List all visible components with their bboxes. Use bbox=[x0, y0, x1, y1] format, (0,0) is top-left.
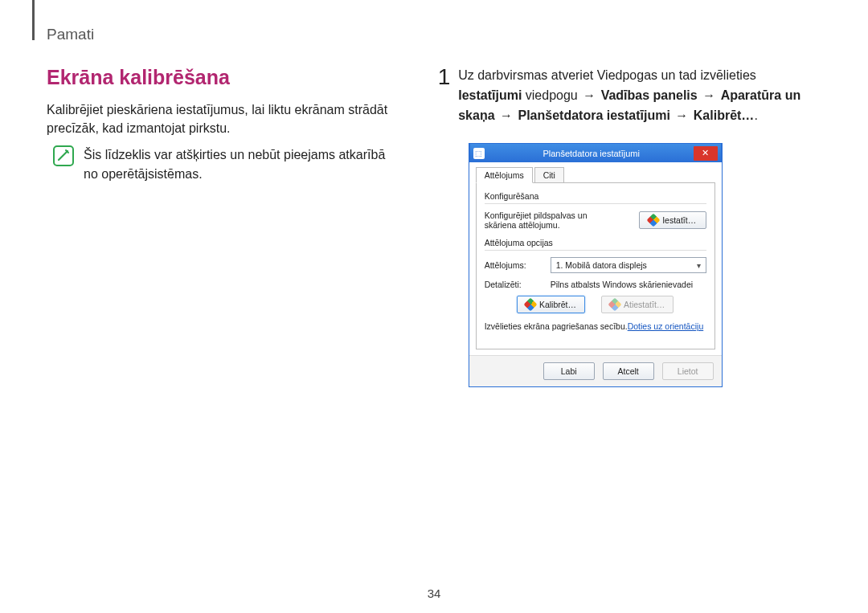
setup-button[interactable]: Iestatīt… bbox=[639, 211, 706, 229]
dialog-tabs: Attēlojums Citi bbox=[469, 162, 722, 183]
rotation-pre: Izvēlieties ekrāna pagriešanas secību. bbox=[485, 321, 628, 331]
group-display-options: Attēlojuma opcijas Attēlojums: 1. Mobilā… bbox=[485, 238, 706, 331]
step-pre: Uz darbvirsmas atveriet Viedpogas un tad… bbox=[458, 68, 756, 82]
arrow-icon: → bbox=[581, 88, 597, 102]
tab-display[interactable]: Attēlojums bbox=[476, 167, 533, 183]
left-column: Ekrāna kalibrēšana Kalibrējiet pieskārie… bbox=[47, 66, 401, 387]
intro-paragraph: Kalibrējiet pieskāriena iestatījumus, la… bbox=[47, 100, 401, 137]
display-label: Attēlojums: bbox=[485, 260, 542, 270]
step-1: 1 Uz darbvirsmas atveriet Viedpogas un t… bbox=[438, 66, 821, 125]
cancel-button[interactable]: Atcelt bbox=[603, 362, 654, 380]
rotation-text: Izvēlieties ekrāna pagriešanas secību.Do… bbox=[485, 321, 706, 331]
group-configure-label: Konfigurēšana bbox=[485, 191, 706, 201]
group-configure: Konfigurēšana Konfigurējiet pildspalvas … bbox=[485, 191, 706, 230]
ok-button[interactable]: Labi bbox=[543, 362, 595, 380]
section-title: Ekrāna kalibrēšana bbox=[47, 66, 401, 89]
calibrate-button-label: Kalibrēt… bbox=[539, 300, 576, 309]
dialog-screenshot: ⬚ Planšetdatora iestatījumi ✕ Attēlojums… bbox=[469, 143, 821, 387]
dialog-titlebar: ⬚ Planšetdatora iestatījumi ✕ bbox=[469, 143, 722, 162]
detail-text: Pilns atbalsts Windows skārienievadei bbox=[551, 280, 693, 289]
note-icon bbox=[53, 145, 74, 166]
divider bbox=[485, 203, 706, 204]
setup-button-label: Iestatīt… bbox=[662, 215, 696, 225]
arrow-icon: → bbox=[701, 88, 717, 102]
step-bold-control-panel: Vadības panelis bbox=[601, 88, 698, 102]
step-bold-calibrate: Kalibrēt… bbox=[694, 108, 755, 122]
group-display-label: Attēlojuma opcijas bbox=[485, 238, 706, 247]
close-button[interactable]: ✕ bbox=[694, 146, 718, 161]
dialog-footer: Labi Atcelt Lietot bbox=[469, 355, 722, 386]
calibrate-button[interactable]: Kalibrēt… bbox=[517, 296, 585, 313]
arrow-icon: → bbox=[674, 108, 690, 122]
reset-button[interactable]: Atiestatīt… bbox=[601, 296, 674, 313]
app-icon: ⬚ bbox=[473, 148, 485, 159]
step-bold-tablet-settings: Planšetdatora iestatījumi bbox=[518, 108, 670, 122]
shield-icon bbox=[647, 214, 661, 227]
shield-icon bbox=[608, 298, 622, 312]
orientation-link[interactable]: Doties uz orientāciju bbox=[628, 321, 704, 331]
configure-text: Konfigurējiet pildspalvas un skāriena at… bbox=[485, 210, 605, 230]
page-header: Pamati bbox=[47, 26, 821, 43]
display-select[interactable]: 1. Mobilā datora displejs ▾ bbox=[551, 257, 706, 273]
right-column: 1 Uz darbvirsmas atveriet Viedpogas un t… bbox=[438, 66, 821, 387]
tablet-settings-dialog: ⬚ Planšetdatora iestatījumi ✕ Attēlojums… bbox=[469, 143, 723, 387]
display-select-value: 1. Mobilā datora displejs bbox=[556, 260, 647, 270]
dialog-title: Planšetdatora iestatījumi bbox=[489, 149, 694, 158]
arrow-icon: → bbox=[498, 108, 514, 122]
apply-button[interactable]: Lietot bbox=[662, 362, 714, 380]
step-bold-settings: Iestatījumi bbox=[458, 88, 522, 102]
page-number: 34 bbox=[0, 586, 868, 600]
step-number: 1 bbox=[438, 66, 451, 88]
step-mid1: viedpogu bbox=[522, 88, 581, 102]
step-text: Uz darbvirsmas atveriet Viedpogas un tad… bbox=[458, 66, 821, 125]
note-text: Šis līdzeklis var atšķirties un nebūt pi… bbox=[84, 145, 401, 182]
shield-icon bbox=[523, 298, 537, 312]
page-content: Pamati Ekrāna kalibrēšana Kalibrējiet pi… bbox=[0, 0, 868, 387]
header-rule bbox=[32, 0, 35, 40]
note-block: Šis līdzeklis var atšķirties un nebūt pi… bbox=[53, 145, 401, 182]
tab-panel-display: Konfigurēšana Konfigurējiet pildspalvas … bbox=[476, 182, 715, 349]
close-icon: ✕ bbox=[702, 148, 709, 158]
divider bbox=[485, 250, 706, 251]
reset-button-label: Atiestatīt… bbox=[624, 300, 665, 309]
tab-other[interactable]: Citi bbox=[534, 167, 564, 183]
chevron-down-icon: ▾ bbox=[697, 261, 701, 270]
detail-label: Detalizēti: bbox=[485, 280, 542, 289]
